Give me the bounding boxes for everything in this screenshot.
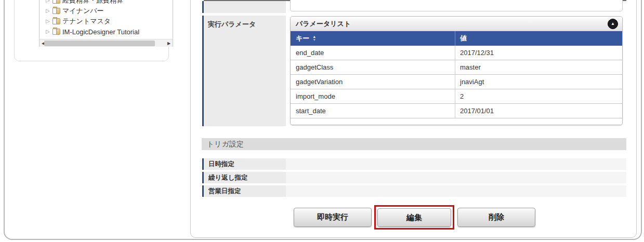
folder-icon [53,8,60,14]
param-value: 2 [455,89,622,103]
table-row: start_date 2017/01/01 [291,104,622,118]
field-value-cutoff [290,0,623,11]
tree-item-logicdesigner-tutorial[interactable]: ▷ IM-LogicDesigner Tutorial [40,26,173,37]
delete-button[interactable]: 削除 [457,208,535,227]
param-key: import_mode [291,89,455,103]
column-header-value-label: 値 [460,34,467,43]
folder-icon [53,29,60,35]
tree-item-label[interactable]: マイナンバー [62,6,104,16]
folder-icon [53,0,60,4]
expand-arrow-icon[interactable]: ▷ [46,19,52,24]
param-value: 2017/01/01 [455,104,622,118]
edit-button[interactable]: 編集 [377,208,451,227]
trigger-label-repeat: 繰り返し指定 [202,172,286,183]
tree-item-label[interactable]: 経費精算・旅費精算 [62,0,123,5]
column-header-key[interactable]: キー ▲ ▼ [291,31,455,46]
param-key: gadgetVariation [291,75,455,89]
expand-arrow-icon[interactable]: ▷ [46,0,52,3]
parameter-list-header: パラメータリスト ▲ [291,17,622,31]
scrollbar-thumb[interactable] [44,41,155,46]
table-row: gadgetVariation jnaviAgt [291,75,622,89]
horizontal-scrollbar[interactable]: ◀ ▶ [40,39,173,47]
table-footer-strip [291,118,622,125]
param-key: start_date [291,104,455,118]
expand-arrow-icon[interactable]: ▷ [46,8,52,14]
trigger-label-businessday: 営業日指定 [202,185,286,197]
trigger-label-datetime: 日時指定 [202,158,286,170]
tree-item-tenant-master[interactable]: ▷ テナントマスタ [40,16,173,26]
trigger-value-repeat [286,172,626,183]
tree-item-mynumber[interactable]: ▷ マイナンバー [40,6,173,16]
param-value: master [455,60,622,74]
collapse-arrow-icon: ▲ [611,22,615,26]
parameter-list-panel: パラメータリスト ▲ キー ▲ ▼ 値 end_date 2017/12/31 … [290,16,623,125]
execute-now-button[interactable]: 即時実行 [294,208,372,227]
table-header-row: キー ▲ ▼ 値 [291,31,622,46]
param-key: end_date [291,46,455,60]
scroll-right-icon[interactable]: ▶ [166,39,172,47]
table-row: gadgetClass master [291,60,622,75]
expand-arrow-icon[interactable]: ▷ [46,29,52,34]
field-label-cutoff [202,1,286,13]
sort-icon[interactable]: ▲ ▼ [312,35,316,42]
collapse-button[interactable]: ▲ [608,19,618,29]
tree-list: ▷ 経費精算・旅費精算 ▷ マイナンバー ▷ テナントマスタ ▷ [40,0,173,37]
param-key: gadgetClass [291,60,455,74]
tree-item-label[interactable]: テナントマスタ [62,17,111,26]
parameter-list-title: パラメータリスト [296,19,351,29]
folder-icon [53,18,60,24]
column-header-value[interactable]: 値 [455,31,622,46]
tree-panel: ▷ 経費精算・旅費精算 ▷ マイナンバー ▷ テナントマスタ ▷ [14,0,169,61]
param-value: 2017/12/31 [455,46,622,60]
table-row: end_date 2017/12/31 [291,46,622,60]
trigger-value-businessday [286,185,626,197]
page: ▷ 経費精算・旅費精算 ▷ マイナンバー ▷ テナントマスタ ▷ [0,0,644,242]
column-header-key-label: キー [296,34,309,43]
tree-item-label[interactable]: IM-LogicDesigner Tutorial [62,28,139,36]
trigger-value-datetime [286,158,626,170]
param-value: jnaviAgt [455,75,622,89]
trigger-section-header: トリガ設定 [202,138,626,150]
field-label-exec-params: 実行パラメータ [202,16,286,126]
table-row: import_mode 2 [291,89,622,104]
tree-item-keihi[interactable]: ▷ 経費精算・旅費精算 [40,0,173,6]
